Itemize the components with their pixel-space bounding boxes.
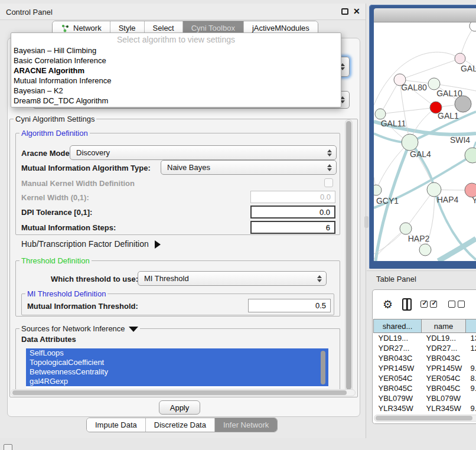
table-row[interactable]: YPR145WYPR145W9. <box>374 363 476 373</box>
manual-kernel-width-label: Manual Kernel Width Definition <box>21 179 135 188</box>
table-row[interactable]: YLR345WYLR345W9. <box>374 403 476 413</box>
tab-label: Select <box>153 24 174 32</box>
network-window-titlebar[interactable] <box>374 8 476 22</box>
docked-panel-icon[interactable] <box>4 444 12 450</box>
column-header-partial[interactable]: A <box>466 319 476 333</box>
network-node[interactable] <box>455 96 471 112</box>
table-cell: YPR145W <box>422 363 466 373</box>
table-cell: 12 <box>466 343 476 353</box>
mi-steps-field[interactable]: 6 <box>250 221 335 234</box>
settings-vertical-scrollbar[interactable] <box>345 119 353 392</box>
network-node-label: SWI4 <box>450 135 470 145</box>
attributes-list-scrollbar[interactable] <box>321 351 325 384</box>
mi-algorithm-type-label: Mutual Information Algorithm Type: <box>21 164 151 172</box>
tab-discretize-data[interactable]: Discretize Data <box>146 418 215 432</box>
kernel-width-field[interactable]: 0.0 <box>250 191 335 203</box>
mi-threshold-value: 0.5 <box>315 301 326 310</box>
algorithm-option[interactable]: Bayesian – K2 <box>11 86 341 96</box>
settings-horizontal-scrollbar[interactable] <box>11 389 356 396</box>
dpi-tolerance-field[interactable]: 0.0 <box>250 206 335 219</box>
tab-infer-network[interactable]: Infer Network <box>215 418 277 432</box>
network-node-label: GAL80 <box>401 83 427 92</box>
table-horizontal-scrollbar[interactable] <box>374 415 476 422</box>
expander-right-arrow-icon[interactable] <box>155 240 161 249</box>
network-node-label: GAL4 <box>410 149 431 159</box>
attribute-list-item[interactable]: TopologicalCoefficient <box>26 358 328 367</box>
kernel-width-value: 0.0 <box>320 193 331 201</box>
table-row[interactable]: YBR045CYBR045C9. <box>374 383 476 393</box>
algorithm-dropdown-popup: Select algorithm to view settings Bayesi… <box>11 32 341 107</box>
column-layout-icon[interactable] <box>402 298 412 311</box>
close-panel-icon[interactable]: ✕ <box>353 6 360 16</box>
mi-steps-value: 6 <box>326 223 330 232</box>
algorithm-option[interactable]: Bayesian – Hill Climbing <box>11 45 341 56</box>
dpi-tolerance-label: DPI Tolerance [0,1]: <box>21 208 92 217</box>
table-cell: 9. <box>466 403 476 413</box>
network-node[interactable] <box>402 134 418 151</box>
column-header-name[interactable]: name <box>422 319 466 333</box>
tab-impute-data[interactable]: Impute Data <box>87 418 146 432</box>
which-threshold-label: Which threshold to use: <box>51 275 138 283</box>
table-panel-window: ⚙ shared... name A YDL19...YDL19...13YDR… <box>372 289 476 424</box>
table-cell: YER054C <box>422 373 466 383</box>
mi-algorithm-type-combobox[interactable]: Naive Bayes <box>161 160 337 175</box>
network-node-label: GAL1 <box>438 111 459 120</box>
attribute-list-item[interactable]: gal4RGexp <box>26 377 328 386</box>
dpi-tolerance-value: 0.0 <box>319 208 330 217</box>
table-panel-toolbar: ⚙ <box>373 290 476 318</box>
network-node[interactable] <box>375 109 386 119</box>
table-panel-title: Table Panel <box>376 275 416 283</box>
table-cell: YBL079W <box>422 393 466 403</box>
table-cell: 8. <box>466 373 476 383</box>
network-node-label: HAP4 <box>437 195 459 204</box>
sources-group-title: Sources for Network Inference <box>19 324 140 333</box>
algorithm-option[interactable]: Dream8 DC_TDC Algorithm <box>11 96 341 106</box>
network-node[interactable] <box>400 223 412 234</box>
manual-kernel-width-checkbox[interactable] <box>324 178 333 187</box>
network-node[interactable] <box>470 22 476 31</box>
table-row[interactable]: YBR043CYBR043C <box>374 353 476 363</box>
algorithm-option[interactable]: ARACNE Algorithm <box>11 66 341 76</box>
table-cell: YDR27... <box>422 343 466 353</box>
table-row[interactable]: YBL079WYBL079W <box>374 393 476 403</box>
data-attributes-list[interactable]: SelfLoopsTopologicalCoefficientBetweenne… <box>26 348 328 388</box>
network-node[interactable] <box>465 148 476 163</box>
float-panel-icon[interactable] <box>341 8 348 15</box>
aracne-mode-combobox[interactable]: Discovery <box>70 145 337 160</box>
expander-down-arrow-icon[interactable] <box>129 327 138 332</box>
table-row[interactable]: YDL19...YDL19...13 <box>374 333 476 343</box>
network-node[interactable] <box>419 244 431 256</box>
network-node[interactable] <box>374 185 382 195</box>
deselect-all-columns-icon[interactable] <box>448 301 467 308</box>
apply-button[interactable]: Apply <box>159 400 200 415</box>
data-attributes-label: Data Attributes <box>21 335 76 344</box>
cyni-bottom-tabs: Impute Data Discretize Data Infer Networ… <box>86 418 278 432</box>
attribute-list-item[interactable]: BetweennessCentrality <box>26 367 328 377</box>
table-cell: YBL079W <box>374 393 422 403</box>
column-header-shared-name[interactable]: shared... <box>374 319 422 333</box>
aracne-mode-label: Aracne Mode: <box>21 149 72 158</box>
which-threshold-combobox[interactable]: MI Threshold <box>138 271 327 286</box>
network-canvas[interactable]: GALGAL80GAL10GAL1GAL11GAL4SWI4GCY1HAP4YH… <box>374 22 476 261</box>
table-cell: YBR045C <box>374 383 422 393</box>
network-node[interactable] <box>428 78 440 90</box>
table-options-gear-icon[interactable]: ⚙ <box>383 298 393 311</box>
network-node-label: GAL <box>461 64 476 73</box>
combobox-stepper-icon <box>317 275 322 282</box>
table-row[interactable]: YER054CYER054C8. <box>374 373 476 383</box>
mi-algorithm-type-value: Naive Bayes <box>167 163 210 172</box>
mi-threshold-field[interactable]: 0.5 <box>248 299 331 312</box>
network-node[interactable] <box>455 53 465 64</box>
algorithm-option[interactable]: Mutual Information Inference <box>11 76 341 86</box>
panel-splitter-handle[interactable] <box>364 216 369 228</box>
algorithm-option[interactable]: Basic Correlation Inference <box>11 56 341 66</box>
hub-definition-expander[interactable]: Hub/Transcription Factor Definition <box>21 239 161 249</box>
mi-threshold-label: Mutual Information Threshold: <box>27 302 138 311</box>
tab-label: Cyni Toolbox <box>191 24 235 32</box>
select-all-columns-icon[interactable] <box>420 301 439 308</box>
tab-label: Discretize Data <box>154 420 206 429</box>
table-row[interactable]: YDR27...YDR27...12 <box>374 343 476 353</box>
table-header-row: shared... name A <box>374 319 476 333</box>
network-node-label: GAL10 <box>436 89 462 98</box>
attribute-list-item[interactable]: SelfLoops <box>26 348 328 358</box>
